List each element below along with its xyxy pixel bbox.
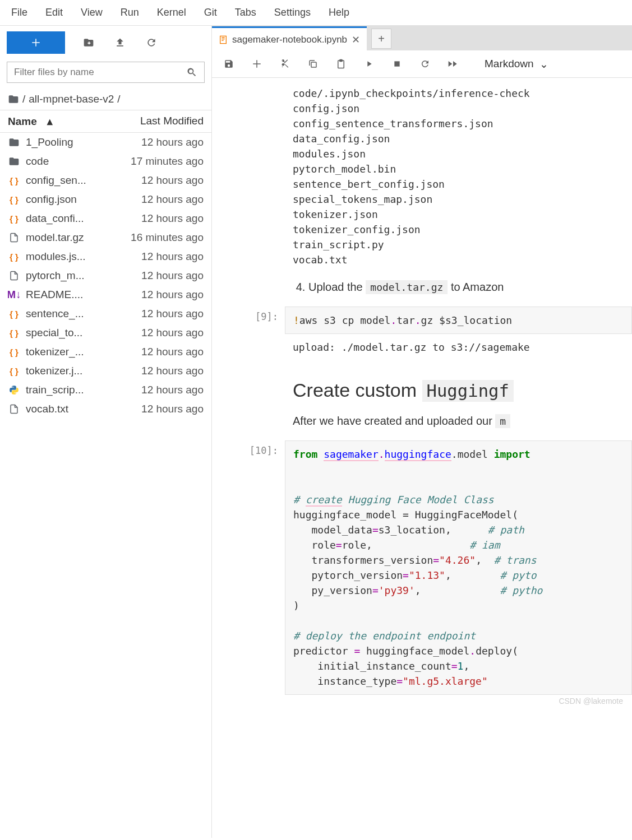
- file-modified: 12 hours ago: [141, 250, 204, 263]
- code-input[interactable]: from sagemaker.huggingface.model import …: [285, 440, 632, 695]
- file-name: tokenizer.j...: [26, 365, 82, 377]
- file-modified: 12 hours ago: [141, 193, 204, 206]
- menu-kernel[interactable]: Kernel: [148, 3, 195, 22]
- menu-help[interactable]: Help: [320, 3, 358, 22]
- menu-view[interactable]: View: [72, 3, 112, 22]
- file-name: pytorch_m...: [26, 270, 85, 282]
- paste-button[interactable]: [333, 56, 349, 72]
- file-row[interactable]: pytorch_m...12 hours ago: [0, 266, 211, 285]
- file-row[interactable]: { }sentence_...12 hours ago: [0, 304, 211, 323]
- new-launcher-button[interactable]: [7, 31, 65, 54]
- file-name: tokenizer_...: [26, 346, 84, 358]
- file-modified: 12 hours ago: [141, 327, 204, 339]
- markdown-cell: Create custom Huggingf After we have cre…: [285, 360, 632, 440]
- md-icon: M↓: [8, 289, 20, 301]
- file-row[interactable]: model.tar.gz16 minutes ago: [0, 228, 211, 247]
- add-tab-button[interactable]: +: [371, 29, 391, 49]
- filter-box[interactable]: [7, 62, 205, 83]
- restart-button[interactable]: [417, 56, 433, 72]
- file-modified: 16 minutes ago: [131, 231, 204, 244]
- sort-asc-icon: ▴: [47, 115, 53, 128]
- file-name: 1_Pooling: [26, 136, 73, 148]
- folder-icon: [8, 155, 20, 168]
- run-button[interactable]: [361, 56, 377, 72]
- cut-button[interactable]: [277, 56, 293, 72]
- file-modified: 12 hours ago: [141, 365, 204, 377]
- file-name: model.tar.gz: [26, 231, 84, 244]
- file-row[interactable]: { }tokenizer_...12 hours ago: [0, 342, 211, 361]
- chevron-down-icon: ⌄: [539, 58, 548, 71]
- file-row[interactable]: { }modules.js...12 hours ago: [0, 247, 211, 266]
- code-cell[interactable]: [10]: from sagemaker.huggingface.model i…: [212, 440, 632, 695]
- file-modified: 12 hours ago: [141, 289, 204, 301]
- json-icon: { }: [8, 174, 20, 187]
- run-all-button[interactable]: [445, 56, 461, 72]
- breadcrumb[interactable]: / all-mpnet-base-v2 /: [0, 89, 211, 110]
- main-panel: sagemaker-notebook.ipynb ✕ + Markdown⌄ c…: [212, 26, 632, 838]
- breadcrumb-folder[interactable]: all-mpnet-base-v2: [29, 93, 114, 105]
- search-icon: [186, 67, 197, 78]
- file-icon: [8, 403, 20, 415]
- plus-icon: [31, 38, 41, 48]
- stop-button[interactable]: [389, 56, 405, 72]
- new-folder-button[interactable]: [81, 35, 96, 50]
- file-name: config_sen...: [26, 174, 86, 187]
- file-modified: 17 minutes ago: [131, 155, 204, 168]
- refresh-icon: [146, 37, 157, 48]
- menu-settings[interactable]: Settings: [265, 3, 320, 22]
- file-name: vocab.txt: [26, 403, 68, 415]
- file-row[interactable]: { }data_confi...12 hours ago: [0, 209, 211, 228]
- save-button[interactable]: [221, 56, 237, 72]
- sort-by-name[interactable]: Name▴: [8, 115, 53, 128]
- file-row[interactable]: { }config_sen...12 hours ago: [0, 171, 211, 190]
- file-list: 1_Pooling12 hours agocode17 minutes ago{…: [0, 133, 211, 838]
- cell-type-select[interactable]: Markdown⌄: [485, 58, 548, 71]
- code-input[interactable]: !aws s3 cp model.tar.gz $s3_location: [285, 307, 632, 334]
- code-cell[interactable]: [9]: !aws s3 cp model.tar.gz $s3_locatio…: [212, 307, 632, 360]
- file-modified: 12 hours ago: [141, 136, 204, 148]
- menu-file[interactable]: File: [2, 3, 36, 22]
- file-modified: 12 hours ago: [141, 403, 204, 415]
- filter-input[interactable]: [14, 67, 186, 78]
- refresh-button[interactable]: [144, 35, 159, 50]
- file-row[interactable]: code17 minutes ago: [0, 152, 211, 171]
- insert-cell-button[interactable]: [249, 56, 265, 72]
- file-row[interactable]: 1_Pooling12 hours ago: [0, 133, 211, 152]
- menu-git[interactable]: Git: [195, 3, 226, 22]
- svg-rect-0: [311, 62, 316, 67]
- menu-tabs[interactable]: Tabs: [226, 3, 265, 22]
- cell-prompt: [10]:: [212, 440, 285, 695]
- file-name: modules.js...: [26, 250, 86, 263]
- file-row[interactable]: vocab.txt12 hours ago: [0, 400, 211, 419]
- cell-prompt: [212, 80, 285, 307]
- json-icon: { }: [8, 250, 20, 263]
- notebook-tab[interactable]: sagemaker-notebook.ipynb ✕: [212, 26, 367, 51]
- file-row[interactable]: train_scrip...12 hours ago: [0, 380, 211, 400]
- watermark: CSDN @lakemote: [559, 697, 623, 706]
- file-row[interactable]: { }tokenizer.j...12 hours ago: [0, 361, 211, 380]
- menu-edit[interactable]: Edit: [36, 3, 72, 22]
- sort-by-modified[interactable]: Last Modified: [140, 115, 204, 128]
- file-name: code: [26, 155, 49, 168]
- file-modified: 12 hours ago: [141, 346, 204, 358]
- file-row[interactable]: M↓README....12 hours ago: [0, 285, 211, 304]
- copy-button[interactable]: [305, 56, 321, 72]
- file-name: data_confi...: [26, 212, 84, 225]
- file-modified: 12 hours ago: [141, 174, 204, 187]
- file-name: sentence_...: [26, 308, 84, 320]
- svg-rect-2: [340, 60, 343, 62]
- close-tab-icon[interactable]: ✕: [352, 34, 360, 46]
- svg-rect-3: [394, 61, 399, 66]
- file-modified: 12 hours ago: [141, 384, 204, 396]
- file-row[interactable]: { }config.json12 hours ago: [0, 190, 211, 209]
- file-name: README....: [26, 289, 83, 301]
- menu-run[interactable]: Run: [112, 3, 148, 22]
- upload-button[interactable]: [112, 35, 128, 50]
- file-row[interactable]: { }special_to...12 hours ago: [0, 323, 211, 342]
- notebook-icon: [219, 35, 228, 44]
- cell-output: code/.ipynb_checkpoints/inference-check …: [285, 80, 632, 273]
- upload-icon: [114, 37, 126, 48]
- cell-output: upload: ./model.tar.gz to s3://sagemake: [285, 334, 632, 360]
- json-icon: { }: [8, 365, 20, 377]
- json-icon: { }: [8, 212, 20, 225]
